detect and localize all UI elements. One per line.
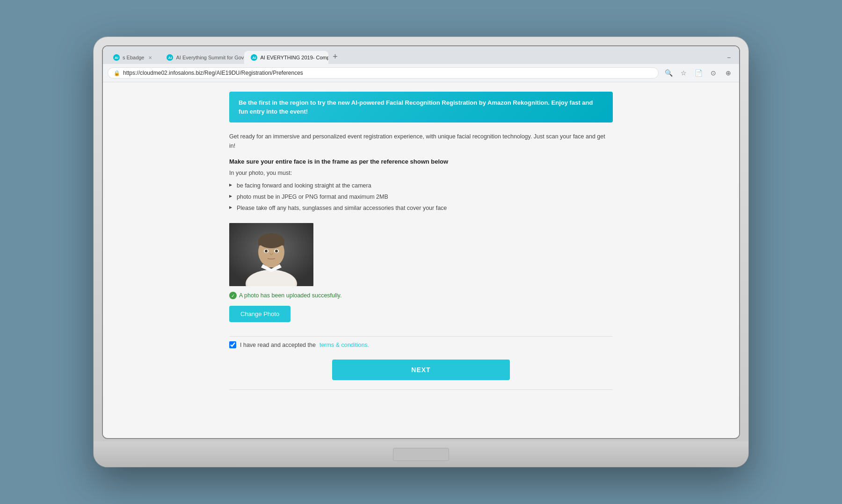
tab-active[interactable]: Ai AI EVERYTHING 2019- Company ✕ <box>244 51 328 64</box>
change-photo-container: Change Photo <box>229 306 613 331</box>
requirement-item-1: be facing forward and looking straight a… <box>229 180 613 191</box>
laptop-base <box>94 441 748 467</box>
intro-paragraph: Get ready for an immersive and personali… <box>229 132 613 151</box>
tab-label-1: s Ebadge <box>123 55 144 60</box>
tab-ebadge[interactable]: Ai s Ebadge ✕ <box>107 51 160 64</box>
success-message: ✓ A photo has been uploaded succesfully. <box>229 292 613 299</box>
browser-chrome: Ai s Ebadge ✕ Ai AI Everything Summit fo… <box>103 46 739 82</box>
new-tab-button[interactable]: + <box>328 50 341 63</box>
tabs-bar: Ai s Ebadge ✕ Ai AI Everything Summit fo… <box>103 46 739 64</box>
tab-icon-3: Ai <box>251 54 257 61</box>
laptop-screen: Ai s Ebadge ✕ Ai AI Everything Summit fo… <box>102 45 740 439</box>
browser-actions: 🔍 ☆ 📄 ⊙ ⊕ <box>662 67 734 79</box>
tab-icon-1: Ai <box>113 54 120 61</box>
lock-icon: 🔒 <box>114 70 120 76</box>
terms-prefix: I have read and accepted the <box>240 342 316 348</box>
bottom-divider <box>229 389 613 390</box>
terms-link[interactable]: terms & conditions. <box>319 342 369 348</box>
requirement-intro: In your photo, you must: <box>229 170 613 176</box>
tab-label-3: AI EVERYTHING 2019- Company <box>260 55 328 60</box>
profile-button[interactable]: ⊙ <box>707 67 719 79</box>
terms-row: I have read and accepted the terms & con… <box>229 341 613 348</box>
next-button[interactable]: NEXT <box>332 360 510 380</box>
change-photo-button[interactable]: Change Photo <box>229 306 290 322</box>
requirement-item-3: Please take off any hats, sunglasses and… <box>229 202 613 214</box>
address-bar[interactable]: 🔒 https://cloudme02.infosalons.biz/Reg/A… <box>108 67 659 79</box>
requirement-item-2: photo must be in JPEG or PNG format and … <box>229 191 613 202</box>
laptop-frame: Ai s Ebadge ✕ Ai AI Everything Summit fo… <box>94 37 748 467</box>
photo-preview <box>229 223 313 286</box>
svg-rect-7 <box>258 241 284 245</box>
address-bar-row: 🔒 https://cloudme02.infosalons.biz/Reg/A… <box>103 64 739 82</box>
extension-button[interactable]: ⊕ <box>722 67 734 79</box>
banner-text: Be the first in the region to try the ne… <box>239 99 593 115</box>
tab-summit[interactable]: Ai AI Everything Summit for Gov & ✕ <box>160 51 244 64</box>
divider <box>229 336 613 337</box>
url-text: https://cloudme02.infosalons.biz/Reg/AIE… <box>123 70 653 76</box>
photo-container <box>229 223 613 286</box>
minimize-button[interactable]: − <box>722 51 735 64</box>
bookmark-button[interactable]: ☆ <box>677 67 690 79</box>
trackpad[interactable] <box>393 448 449 461</box>
requirement-heading: Make sure your entire face is in the fra… <box>229 158 613 165</box>
svg-point-11 <box>275 250 278 252</box>
requirements-list: be facing forward and looking straight a… <box>229 180 613 214</box>
tab-label-2: AI Everything Summit for Gov & <box>176 55 244 60</box>
content-wrapper: Be the first in the region to try the ne… <box>220 92 622 390</box>
page-content: Be the first in the region to try the ne… <box>103 82 739 438</box>
check-icon: ✓ <box>229 292 237 299</box>
success-text: A photo has been uploaded succesfully. <box>239 292 341 299</box>
facial-recognition-banner: Be the first in the region to try the ne… <box>229 92 613 122</box>
terms-checkbox[interactable] <box>229 341 236 348</box>
pdf-button[interactable]: 📄 <box>692 67 704 79</box>
next-button-container: NEXT <box>229 360 613 380</box>
tab-close-1[interactable]: ✕ <box>147 54 153 61</box>
person-photo <box>229 223 313 286</box>
tab-icon-2: Ai <box>167 54 173 61</box>
search-button[interactable]: 🔍 <box>662 67 675 79</box>
svg-point-10 <box>265 250 268 252</box>
